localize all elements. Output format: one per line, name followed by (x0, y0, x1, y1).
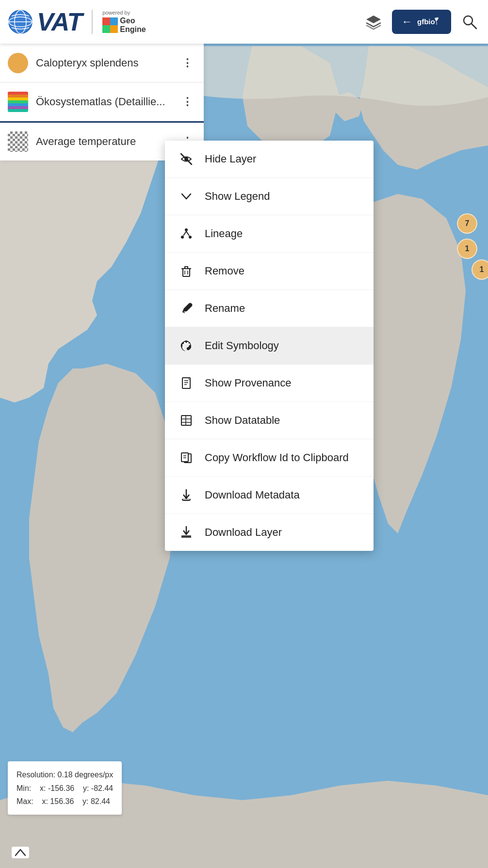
svg-point-26 (182, 344, 184, 346)
chevron-up-icon (15, 849, 26, 856)
max-x: x: 156.36 (42, 797, 74, 805)
geoengine-logo: powered by GeoEngine (102, 10, 146, 33)
cluster-badge-1a[interactable]: 1 (457, 239, 477, 259)
hide-layer-label: Hide Layer (205, 153, 256, 165)
svg-line-20 (186, 231, 189, 236)
rename-label: Rename (205, 302, 245, 315)
map-info-box: Resolution: 0.18 degrees/px Min: x: -156… (8, 761, 122, 815)
layer-name-okosystematlas: Ökosystematlas (Detaillie... (36, 96, 179, 108)
lineage-label: Lineage (205, 227, 243, 240)
copy-workflow-label: Copy Workflow Id to Clipboard (205, 451, 349, 464)
max-row: Max: x: 156.36 y: 82.44 (16, 795, 113, 808)
svg-rect-43 (182, 498, 191, 500)
menu-item-download-layer[interactable]: Download Layer (165, 514, 374, 551)
min-x: x: -156.36 (40, 784, 74, 792)
search-button[interactable] (459, 11, 480, 32)
max-label: Max: (16, 797, 33, 805)
lineage-icon (179, 226, 194, 241)
layer-menu-btn-okosystematlas[interactable]: ⋮ (179, 93, 196, 111)
svg-point-17 (181, 236, 184, 239)
menu-item-lineage[interactable]: Lineage (165, 215, 374, 253)
svg-point-16 (185, 228, 188, 231)
show-datatable-label: Show Datatable (205, 414, 280, 427)
chevron-down-icon (179, 189, 194, 204)
layer-name-calopteryx: Calopteryx splendens (36, 57, 179, 69)
svg-line-19 (183, 231, 186, 236)
geoengine-icon (102, 17, 118, 33)
download-metadata-label: Download Metadata (205, 489, 300, 501)
menu-item-edit-symbology[interactable]: Edit Symbology (165, 327, 374, 365)
download-metadata-icon (179, 487, 194, 503)
svg-marker-9 (366, 16, 381, 23)
layer-item-calopteryx[interactable]: Calopteryx splendens ⋮ (0, 44, 204, 82)
pencil-icon (179, 301, 194, 316)
svg-rect-6 (110, 17, 118, 25)
menu-item-hide-layer[interactable]: Hide Layer (165, 141, 374, 178)
globe-icon (8, 9, 33, 34)
menu-item-show-datatable[interactable]: Show Datatable (165, 402, 374, 439)
svg-rect-39 (181, 453, 188, 462)
svg-rect-21 (183, 269, 190, 276)
show-legend-label: Show Legend (205, 190, 270, 203)
edit-symbology-label: Edit Symbology (205, 339, 279, 352)
resolution-text: Resolution: 0.18 degrees/px (16, 768, 113, 781)
layer-icon-okosystematlas (8, 92, 28, 112)
document-icon (179, 375, 194, 391)
svg-line-15 (181, 154, 192, 164)
download-layer-icon (179, 525, 194, 540)
powered-by-label: powered by (102, 10, 130, 16)
layer-item-okosystematlas[interactable]: Ökosystematlas (Detaillie... ⋮ (0, 82, 204, 121)
svg-point-29 (188, 343, 190, 345)
gfbio-logo-icon: gfbio (417, 15, 441, 29)
menu-item-remove[interactable]: Remove (165, 253, 374, 290)
palette-icon (179, 338, 194, 354)
collapse-panel-button[interactable] (12, 847, 29, 858)
svg-line-13 (472, 24, 476, 29)
svg-rect-34 (181, 416, 191, 425)
copy-icon (179, 450, 194, 466)
svg-point-11 (437, 17, 439, 19)
app-title: VAT (37, 9, 82, 34)
geoengine-text: GeoEngine (102, 16, 146, 33)
svg-text:gfbio: gfbio (417, 17, 435, 26)
svg-point-28 (187, 342, 189, 344)
header-right: ← gfbio (363, 10, 480, 34)
svg-rect-8 (110, 25, 118, 33)
download-layer-label: Download Layer (205, 526, 282, 539)
svg-point-27 (184, 342, 186, 344)
header: VAT powered by GeoEngine (0, 0, 488, 44)
menu-item-rename[interactable]: Rename (165, 290, 374, 327)
context-menu: Hide Layer Show Legend Lineage (165, 141, 374, 551)
layer-icon-calopteryx (8, 53, 28, 73)
svg-line-25 (182, 312, 185, 313)
remove-label: Remove (205, 265, 244, 277)
show-provenance-label: Show Provenance (205, 377, 292, 389)
max-y: y: 82.44 (82, 797, 110, 805)
svg-rect-5 (102, 17, 110, 25)
svg-rect-7 (102, 25, 110, 33)
menu-item-download-metadata[interactable]: Download Metadata (165, 477, 374, 514)
min-y: y: -82.44 (83, 784, 113, 792)
min-row: Min: x: -156.36 y: -82.44 (16, 782, 113, 795)
search-icon (461, 14, 478, 30)
trash-icon (179, 263, 194, 279)
gfbio-button[interactable]: ← gfbio (392, 10, 451, 34)
layer-name-avg-temp: Average temperature (36, 135, 179, 148)
logo-divider (92, 10, 93, 34)
menu-item-show-legend[interactable]: Show Legend (165, 178, 374, 215)
cluster-badge-1b[interactable]: 1 (472, 259, 488, 280)
cluster-badge-7[interactable]: 7 (457, 213, 477, 234)
min-label: Min: (16, 784, 31, 792)
layers-icon (365, 14, 382, 30)
geoengine-label: GeoEngine (120, 16, 146, 33)
layer-menu-btn-calopteryx[interactable]: ⋮ (179, 54, 196, 72)
hide-icon (179, 151, 194, 167)
table-icon (179, 413, 194, 428)
menu-item-copy-workflow[interactable]: Copy Workflow Id to Clipboard (165, 439, 374, 477)
arrow-icon: ← (402, 16, 412, 28)
svg-point-18 (189, 236, 192, 239)
menu-item-show-provenance[interactable]: Show Provenance (165, 365, 374, 402)
layer-icon-avg-temp (8, 131, 28, 152)
layers-button[interactable] (363, 11, 384, 32)
logo-area: VAT powered by GeoEngine (8, 9, 363, 34)
